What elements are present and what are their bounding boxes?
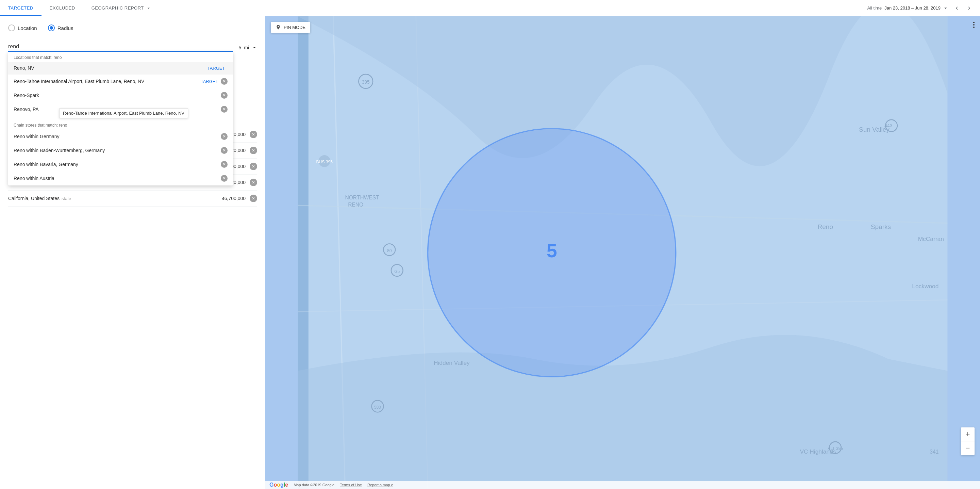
dropdown-item-reno-bavaria-text: Reno within Bavaria, Germany	[14, 162, 221, 167]
google-logo: Google	[269, 482, 288, 488]
search-dropdown: Locations that match: reno Reno, NV TARG…	[8, 52, 233, 185]
left-panel: Location Radius Locations that match: re…	[0, 16, 265, 489]
dropdown-item-reno-austria-text: Reno within Austria	[14, 175, 221, 181]
next-arrow[interactable]	[964, 3, 975, 14]
zoom-controls: + −	[961, 427, 975, 455]
location-type-california: state	[62, 196, 71, 201]
location-close-california[interactable]: ✕	[250, 194, 257, 202]
search-input-wrap: Locations that match: reno Reno, NV TARG…	[8, 42, 233, 52]
svg-text:Lockwood: Lockwood	[912, 283, 939, 290]
svg-text:395: 395	[362, 79, 370, 85]
svg-text:Hidden Valley: Hidden Valley	[434, 359, 470, 366]
tab-geographic-report-label: GEOGRAPHIC REPORT	[92, 5, 144, 11]
svg-text:580: 580	[374, 405, 381, 410]
map-menu-button[interactable]	[973, 22, 975, 29]
zoom-out-button[interactable]: −	[961, 441, 975, 455]
svg-text:BUS 395: BUS 395	[316, 159, 332, 164]
search-row: Locations that match: reno Reno, NV TARG…	[8, 42, 257, 52]
dropdown-item-reno-germany[interactable]: Reno within Germany ✕	[8, 130, 233, 143]
svg-text:341: 341	[930, 449, 939, 455]
svg-text:VC Highlands: VC Highlands	[800, 448, 836, 455]
tab-excluded[interactable]: EXCLUDED	[41, 0, 83, 16]
prev-arrow[interactable]	[951, 3, 963, 14]
map-attribution-text: Map data ©2019 Google	[294, 483, 334, 487]
location-close-bulgaria[interactable]: ✕	[250, 178, 257, 186]
dropdown-item-reno-bw-close[interactable]: ✕	[221, 147, 228, 154]
dropdown-item-reno-nv-target[interactable]: TARGET	[207, 66, 225, 71]
distance-dropdown-icon	[252, 45, 257, 50]
date-range-section: All time Jan 23, 2018 – Jun 28, 2019	[867, 3, 980, 14]
svg-text:Sparks: Sparks	[871, 223, 891, 230]
radio-radius-button[interactable]	[48, 24, 55, 31]
dropdown-item-renovo-pa-close[interactable]: ✕	[221, 106, 228, 113]
dropdown-item-reno-tahoe-target[interactable]: TARGET	[201, 79, 218, 84]
svg-text:RENO: RENO	[348, 202, 363, 207]
tab-geographic-report[interactable]: GEOGRAPHIC REPORT	[83, 0, 159, 16]
dropdown-item-reno-bavaria-close[interactable]: ✕	[221, 161, 228, 168]
svg-text:Reno: Reno	[818, 223, 833, 230]
distance-value: 5	[239, 45, 241, 50]
dropdown-arrow-icon	[146, 5, 151, 11]
tab-excluded-label: EXCLUDED	[50, 5, 75, 11]
list-item: California, United States state 46,700,0…	[8, 191, 257, 207]
location-close-bosnia[interactable]: ✕	[250, 147, 257, 154]
search-input[interactable]	[8, 42, 233, 52]
locations-header: Locations that match: reno	[8, 52, 233, 62]
dropdown-item-reno-nv[interactable]: Reno, NV TARGET	[8, 62, 233, 75]
svg-point-32	[973, 22, 975, 23]
map-svg: 5 Sun Valley 443 Reno Sparks NORTHWEST R…	[265, 16, 980, 489]
radio-location[interactable]: Location	[8, 24, 37, 31]
date-range[interactable]: Jan 23, 2018 – Jun 28, 2019	[885, 5, 949, 11]
radio-radius[interactable]: Radius	[48, 24, 73, 31]
dropdown-item-reno-austria-close[interactable]: ✕	[221, 175, 228, 182]
dropdown-item-reno-nv-text: Reno, NV	[14, 65, 207, 71]
dropdown-item-reno-tahoe-text: Reno-Tahoe International Airport, East P…	[14, 79, 201, 84]
dropdown-item-reno-tahoe[interactable]: Reno-Tahoe International Airport, East P…	[8, 75, 233, 88]
dropdown-item-reno-bw[interactable]: Reno within Baden-Wurttemberg, Germany ✕	[8, 143, 233, 158]
map-attribution: Google Map data ©2019 Google Terms of Us…	[265, 481, 980, 489]
radio-location-label: Location	[18, 25, 37, 31]
tab-targeted[interactable]: TARGETED	[0, 0, 41, 16]
radio-radius-label: Radius	[57, 25, 73, 31]
dropdown-item-reno-germany-text: Reno within Germany	[14, 134, 221, 139]
dropdown-item-reno-bavaria[interactable]: Reno within Bavaria, Germany ✕	[8, 158, 233, 172]
svg-text:80: 80	[387, 248, 392, 253]
dropdown-item-reno-spark-close[interactable]: ✕	[221, 92, 228, 99]
pin-mode-label: PIN MODE	[284, 25, 305, 30]
date-range-text: Jan 23, 2018 – Jun 28, 2019	[885, 5, 940, 11]
terms-of-use-link[interactable]: Terms of Use	[340, 483, 362, 487]
top-navigation: TARGETED EXCLUDED GEOGRAPHIC REPORT All …	[0, 0, 980, 16]
tooltip-reno-spark: Reno-Tahoe International Airport, East P…	[59, 108, 188, 118]
pin-icon	[275, 24, 281, 30]
distance-selector[interactable]: 5 mi	[239, 45, 257, 52]
dropdown-item-reno-germany-close[interactable]: ✕	[221, 133, 228, 140]
radio-location-button[interactable]	[8, 24, 15, 31]
svg-text:NORTHWEST: NORTHWEST	[345, 194, 379, 201]
location-reach-california: 46,700,000	[222, 196, 246, 201]
location-close-bc[interactable]: ✕	[250, 162, 257, 170]
svg-text:5: 5	[547, 240, 557, 261]
dropdown-item-reno-bw-text: Reno within Baden-Wurttemberg, Germany	[14, 148, 221, 153]
dropdown-item-reno-austria[interactable]: Reno within Austria ✕	[8, 172, 233, 185]
nav-arrows	[951, 3, 975, 14]
svg-point-34	[973, 27, 975, 28]
more-vert-icon	[973, 22, 975, 28]
radio-group: Location Radius	[8, 24, 257, 31]
location-close-belgium[interactable]: ✕	[250, 131, 257, 138]
pin-mode-button[interactable]: PIN MODE	[271, 22, 310, 33]
date-dropdown-icon	[943, 5, 949, 11]
location-name-california: California, United States	[8, 196, 59, 201]
date-prefix: All time	[867, 5, 882, 11]
svg-text:443: 443	[885, 123, 892, 128]
dropdown-item-reno-spark[interactable]: Reno-Spark Reno-Tahoe International Airp…	[8, 88, 233, 102]
chains-header: Chain stores that match: reno	[8, 119, 233, 130]
svg-text:G5: G5	[394, 269, 400, 274]
radio-radius-inner	[50, 26, 53, 30]
main-layout: Location Radius Locations that match: re…	[0, 16, 980, 489]
map-panel[interactable]: 5 Sun Valley 443 Reno Sparks NORTHWEST R…	[265, 16, 980, 489]
dropdown-item-reno-tahoe-close[interactable]: ✕	[221, 78, 228, 85]
distance-unit: mi	[244, 45, 249, 50]
dropdown-item-reno-spark-text: Reno-Spark Reno-Tahoe International Airp…	[14, 92, 221, 98]
report-map-link[interactable]: Report a map e	[368, 483, 393, 487]
zoom-in-button[interactable]: +	[961, 427, 975, 441]
